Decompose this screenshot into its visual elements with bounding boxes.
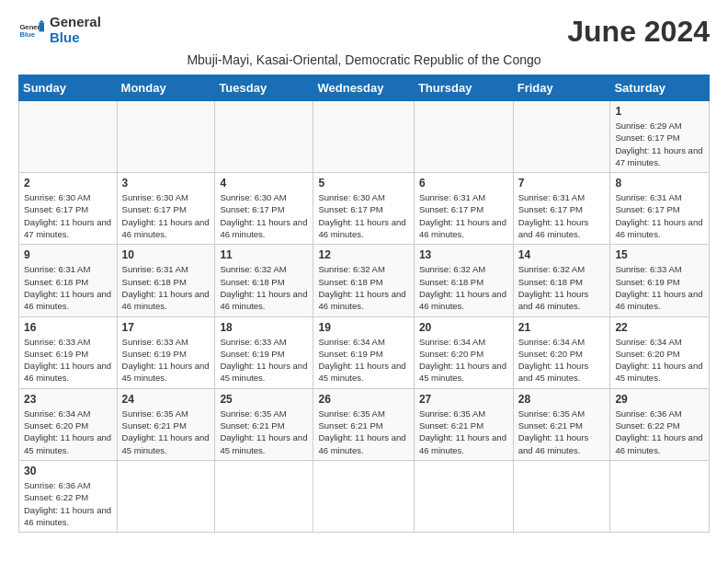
location-subtitle: Mbuji-Mayi, Kasai-Oriental, Democratic R… — [18, 52, 710, 67]
calendar-cell: 21Sunrise: 6:34 AM Sunset: 6:20 PM Dayli… — [513, 316, 610, 388]
calendar-cell: 29Sunrise: 6:36 AM Sunset: 6:22 PM Dayli… — [610, 388, 710, 460]
svg-marker-3 — [39, 19, 44, 22]
day-number: 8 — [615, 177, 704, 190]
day-info: Sunrise: 6:33 AM Sunset: 6:19 PM Dayligh… — [220, 336, 308, 385]
calendar-cell: 17Sunrise: 6:33 AM Sunset: 6:19 PM Dayli… — [117, 316, 215, 388]
day-number: 24 — [122, 393, 210, 406]
day-number: 15 — [615, 248, 704, 261]
generalblue-logo-icon: General Blue — [18, 17, 44, 43]
svg-text:Blue: Blue — [19, 30, 35, 39]
day-info: Sunrise: 6:34 AM Sunset: 6:20 PM Dayligh… — [419, 336, 508, 385]
day-number: 29 — [615, 393, 704, 406]
day-info: Sunrise: 6:30 AM Sunset: 6:17 PM Dayligh… — [24, 191, 112, 240]
day-info: Sunrise: 6:29 AM Sunset: 6:17 PM Dayligh… — [615, 120, 704, 168]
day-number: 6 — [419, 177, 508, 190]
day-number: 16 — [24, 321, 112, 334]
calendar-cell — [513, 460, 610, 532]
calendar-cell: 30Sunrise: 6:36 AM Sunset: 6:22 PM Dayli… — [19, 460, 118, 532]
calendar-cell — [215, 460, 313, 532]
calendar-cell: 11Sunrise: 6:32 AM Sunset: 6:18 PM Dayli… — [215, 245, 313, 316]
calendar-cell: 8Sunrise: 6:31 AM Sunset: 6:17 PM Daylig… — [610, 173, 710, 245]
calendar-cell: 7Sunrise: 6:31 AM Sunset: 6:17 PM Daylig… — [513, 173, 610, 245]
calendar-cell — [19, 101, 118, 173]
calendar-cell — [117, 101, 215, 173]
day-number: 18 — [220, 321, 308, 334]
day-info: Sunrise: 6:32 AM Sunset: 6:18 PM Dayligh… — [419, 263, 508, 312]
calendar-cell: 6Sunrise: 6:31 AM Sunset: 6:17 PM Daylig… — [414, 173, 513, 245]
calendar-cell — [313, 460, 414, 532]
calendar-cell: 20Sunrise: 6:34 AM Sunset: 6:20 PM Dayli… — [414, 316, 513, 388]
day-info: Sunrise: 6:30 AM Sunset: 6:17 PM Dayligh… — [318, 191, 408, 240]
day-number: 21 — [518, 321, 606, 334]
calendar-cell: 27Sunrise: 6:35 AM Sunset: 6:21 PM Dayli… — [414, 388, 513, 460]
calendar-cell: 3Sunrise: 6:30 AM Sunset: 6:17 PM Daylig… — [117, 173, 215, 245]
calendar-table: SundayMondayTuesdayWednesdayThursdayFrid… — [18, 75, 710, 533]
calendar-cell: 25Sunrise: 6:35 AM Sunset: 6:21 PM Dayli… — [215, 388, 313, 460]
calendar-cell: 13Sunrise: 6:32 AM Sunset: 6:18 PM Dayli… — [414, 245, 513, 316]
day-number: 2 — [24, 177, 112, 190]
day-number: 13 — [419, 248, 508, 261]
weekday-header-tuesday: Tuesday — [215, 75, 313, 101]
day-info: Sunrise: 6:31 AM Sunset: 6:17 PM Dayligh… — [615, 191, 704, 240]
day-info: Sunrise: 6:31 AM Sunset: 6:18 PM Dayligh… — [24, 263, 112, 312]
calendar-cell — [215, 101, 313, 173]
day-info: Sunrise: 6:33 AM Sunset: 6:19 PM Dayligh… — [615, 263, 704, 312]
page-header: General Blue General Blue June 2024 — [18, 15, 710, 49]
calendar-cell: 22Sunrise: 6:34 AM Sunset: 6:20 PM Dayli… — [610, 316, 710, 388]
weekday-header-saturday: Saturday — [610, 75, 710, 101]
day-number: 27 — [419, 393, 508, 406]
calendar-cell — [414, 101, 513, 173]
day-info: Sunrise: 6:35 AM Sunset: 6:21 PM Dayligh… — [419, 408, 508, 456]
calendar-cell: 15Sunrise: 6:33 AM Sunset: 6:19 PM Dayli… — [610, 245, 710, 316]
day-number: 28 — [518, 393, 606, 406]
calendar-header-row: SundayMondayTuesdayWednesdayThursdayFrid… — [19, 75, 710, 101]
calendar-week-3: 9Sunrise: 6:31 AM Sunset: 6:18 PM Daylig… — [19, 245, 710, 316]
day-info: Sunrise: 6:34 AM Sunset: 6:20 PM Dayligh… — [615, 336, 704, 385]
day-info: Sunrise: 6:30 AM Sunset: 6:17 PM Dayligh… — [220, 191, 308, 240]
calendar-cell: 28Sunrise: 6:35 AM Sunset: 6:21 PM Dayli… — [513, 388, 610, 460]
calendar-week-1: 1Sunrise: 6:29 AM Sunset: 6:17 PM Daylig… — [19, 101, 710, 173]
weekday-header-sunday: Sunday — [19, 75, 118, 101]
weekday-header-thursday: Thursday — [414, 75, 513, 101]
calendar-week-4: 16Sunrise: 6:33 AM Sunset: 6:19 PM Dayli… — [19, 316, 710, 388]
weekday-header-monday: Monday — [117, 75, 215, 101]
day-info: Sunrise: 6:34 AM Sunset: 6:19 PM Dayligh… — [318, 336, 408, 385]
calendar-cell: 16Sunrise: 6:33 AM Sunset: 6:19 PM Dayli… — [19, 316, 118, 388]
day-number: 14 — [518, 248, 606, 261]
day-info: Sunrise: 6:33 AM Sunset: 6:19 PM Dayligh… — [122, 336, 210, 385]
weekday-header-wednesday: Wednesday — [313, 75, 414, 101]
day-info: Sunrise: 6:35 AM Sunset: 6:21 PM Dayligh… — [122, 408, 210, 456]
calendar-cell: 5Sunrise: 6:30 AM Sunset: 6:17 PM Daylig… — [313, 173, 414, 245]
calendar-cell: 4Sunrise: 6:30 AM Sunset: 6:17 PM Daylig… — [215, 173, 313, 245]
day-info: Sunrise: 6:33 AM Sunset: 6:19 PM Dayligh… — [24, 336, 112, 385]
logo: General Blue General Blue — [18, 15, 101, 45]
day-info: Sunrise: 6:32 AM Sunset: 6:18 PM Dayligh… — [220, 263, 308, 312]
day-number: 17 — [122, 321, 210, 334]
day-info: Sunrise: 6:31 AM Sunset: 6:18 PM Dayligh… — [122, 263, 210, 312]
day-info: Sunrise: 6:35 AM Sunset: 6:21 PM Dayligh… — [220, 408, 308, 456]
day-info: Sunrise: 6:31 AM Sunset: 6:17 PM Dayligh… — [518, 191, 606, 240]
calendar-cell: 19Sunrise: 6:34 AM Sunset: 6:19 PM Dayli… — [313, 316, 414, 388]
day-number: 1 — [615, 105, 704, 118]
weekday-header-friday: Friday — [513, 75, 610, 101]
calendar-cell — [414, 460, 513, 532]
calendar-week-6: 30Sunrise: 6:36 AM Sunset: 6:22 PM Dayli… — [19, 460, 710, 532]
day-number: 22 — [615, 321, 704, 334]
calendar-cell: 14Sunrise: 6:32 AM Sunset: 6:18 PM Dayli… — [513, 245, 610, 316]
day-number: 10 — [122, 248, 210, 261]
calendar-cell — [313, 101, 414, 173]
day-info: Sunrise: 6:34 AM Sunset: 6:20 PM Dayligh… — [518, 336, 606, 385]
calendar-cell: 9Sunrise: 6:31 AM Sunset: 6:18 PM Daylig… — [19, 245, 118, 316]
day-number: 5 — [318, 177, 408, 190]
day-info: Sunrise: 6:31 AM Sunset: 6:17 PM Dayligh… — [419, 191, 508, 240]
calendar-cell: 26Sunrise: 6:35 AM Sunset: 6:21 PM Dayli… — [313, 388, 414, 460]
day-number: 4 — [220, 177, 308, 190]
day-info: Sunrise: 6:35 AM Sunset: 6:21 PM Dayligh… — [318, 408, 408, 456]
day-number: 12 — [318, 248, 408, 261]
day-info: Sunrise: 6:35 AM Sunset: 6:21 PM Dayligh… — [518, 408, 606, 456]
day-number: 3 — [122, 177, 210, 190]
calendar-cell — [513, 101, 610, 173]
day-info: Sunrise: 6:36 AM Sunset: 6:22 PM Dayligh… — [24, 479, 112, 528]
day-number: 7 — [518, 177, 606, 190]
calendar-cell — [610, 460, 710, 532]
